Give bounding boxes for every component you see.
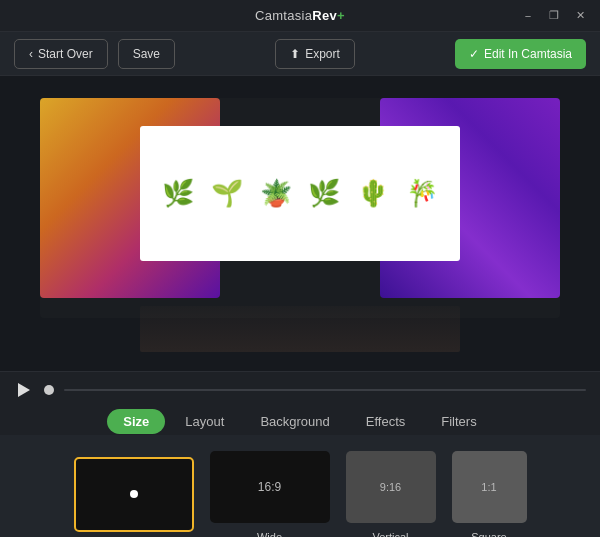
playback-bar — [0, 371, 600, 407]
timeline[interactable] — [64, 389, 586, 391]
square-text: Square — [471, 531, 506, 537]
wide-aspect-label: 16:9 — [258, 480, 281, 494]
edit-in-camtasia-button[interactable]: ✓ Edit In Camtasia — [455, 39, 586, 69]
export-icon: ⬆ — [290, 47, 300, 61]
title-bar: CamtasiaRev+ − ❐ ✕ — [0, 0, 600, 32]
check-icon: ✓ — [469, 47, 479, 61]
play-icon — [18, 383, 30, 397]
wide-text: Wide — [257, 531, 282, 537]
size-options-panel: Recording Size 16:9 Wide 📺 ▶ 9:16 Vertic… — [0, 435, 600, 537]
size-thumb-wide: 16:9 — [210, 451, 330, 523]
plant-icon-4: 🌿 — [308, 180, 340, 206]
export-label: Export — [305, 47, 340, 61]
edit-in-camtasia-label: Edit In Camtasia — [484, 47, 572, 61]
vertical-aspect-label: 9:16 — [380, 481, 401, 493]
size-thumb-vertical: 9:16 — [346, 451, 436, 523]
plant-icon-6: 🎋 — [406, 180, 438, 206]
tab-filters[interactable]: Filters — [425, 409, 492, 434]
preview-canvas: 🌿 🌱 🪴 🌿 🌵 🎋 — [40, 98, 560, 356]
size-card-square[interactable]: 1:1 Square 📸 ▶ — [452, 451, 527, 537]
app-title: CamtasiaRev+ — [255, 8, 345, 23]
window-controls: − ❐ ✕ — [520, 8, 588, 24]
size-card-wide[interactable]: 16:9 Wide 📺 ▶ — [210, 451, 330, 537]
preview-area: 🌿 🌱 🪴 🌿 🌵 🎋 — [0, 76, 600, 371]
chevron-left-icon: ‹ — [29, 47, 33, 61]
restore-button[interactable]: ❐ — [546, 8, 562, 24]
save-label: Save — [133, 47, 160, 61]
plus-badge: + — [337, 8, 345, 23]
plant-icon-5: 🌵 — [357, 180, 389, 206]
tab-size[interactable]: Size — [107, 409, 165, 434]
close-button[interactable]: ✕ — [572, 8, 588, 24]
wide-label: Wide 📺 ▶ — [257, 531, 282, 537]
tab-background[interactable]: Background — [244, 409, 345, 434]
square-label: Square 📸 ▶ — [471, 531, 506, 537]
square-aspect-label: 1:1 — [481, 481, 496, 493]
tab-effects[interactable]: Effects — [350, 409, 422, 434]
play-button[interactable] — [14, 380, 34, 400]
export-button[interactable]: ⬆ Export — [275, 39, 355, 69]
tab-layout[interactable]: Layout — [169, 409, 240, 434]
vertical-text: Vertical — [372, 531, 408, 537]
save-button[interactable]: Save — [118, 39, 175, 69]
vertical-label: Vertical 📱 ▶ 📷 — [372, 531, 410, 537]
start-over-label: Start Over — [38, 47, 93, 61]
playhead[interactable] — [44, 385, 54, 395]
size-card-recording[interactable]: Recording Size — [74, 457, 194, 538]
plant-icon-2: 🌱 — [211, 180, 243, 206]
recording-dot — [130, 490, 138, 498]
plant-icon-1: 🌿 — [162, 180, 194, 206]
brand-name: Rev — [312, 8, 337, 23]
size-thumb-recording — [74, 457, 194, 532]
plant-icon-3: 🪴 — [260, 180, 292, 206]
start-over-button[interactable]: ‹ Start Over — [14, 39, 108, 69]
bottom-section: Size Layout Background Effects Filters R… — [0, 407, 600, 537]
size-card-vertical[interactable]: 9:16 Vertical 📱 ▶ 📷 — [346, 451, 436, 537]
tabs-bar: Size Layout Background Effects Filters — [0, 407, 600, 435]
toolbar: ‹ Start Over Save ⬆ Export ✓ Edit In Cam… — [0, 32, 600, 76]
size-thumb-square: 1:1 — [452, 451, 527, 523]
minimize-button[interactable]: − — [520, 8, 536, 24]
